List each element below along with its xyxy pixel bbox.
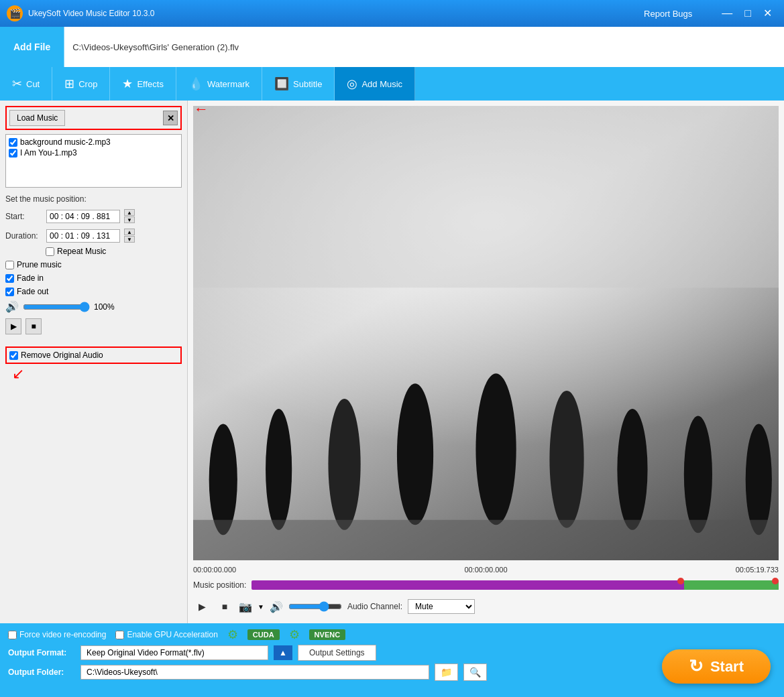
svg-point-6	[328, 399, 360, 530]
music-segment	[684, 580, 779, 590]
duration-spinner: ▲ ▼	[124, 229, 135, 243]
tab-bar: ✂ Cut ⊞ Crop ★ Effects 💧 Watermark 🔲 Sub…	[0, 67, 784, 101]
crop-icon: ⊞	[64, 76, 74, 91]
repeat-music-label: Repeat Music	[57, 247, 106, 256]
nvidia-icon-1: ⚙	[227, 627, 238, 642]
svg-point-11	[684, 416, 712, 533]
svg-point-5	[266, 409, 292, 530]
start-label: Start	[710, 658, 744, 676]
output-format-label: Output Format:	[8, 648, 75, 657]
output-format-input[interactable]	[80, 645, 268, 660]
music-item-2: I Am You-1.mp3	[9, 148, 178, 157]
force-reencode-checkbox[interactable]	[8, 631, 17, 639]
svg-point-4	[209, 424, 237, 535]
timeline-track[interactable]	[251, 580, 779, 590]
report-bugs-link[interactable]: Report Bugs	[638, 7, 697, 20]
start-icon: ↻	[689, 656, 704, 677]
screenshot-button[interactable]: 📷	[239, 600, 252, 613]
tab-add-music[interactable]: ◎ Add Music	[335, 67, 415, 101]
tab-subtitle[interactable]: 🔲 Subtitle	[262, 67, 335, 101]
title-bar-left: 🎬 UkeySoft Video Music Editor 10.3.0	[7, 5, 155, 21]
player-stop-button[interactable]: ■	[216, 598, 233, 615]
add-file-button[interactable]: Add File	[0, 27, 64, 67]
prune-music-label: Prune music	[17, 260, 62, 269]
audio-channel-label: Audio Channel:	[347, 602, 402, 611]
effects-icon: ★	[122, 76, 133, 91]
title-bar-right: Report Bugs — □ ✕	[638, 1, 777, 25]
gpu-accel-label: Enable GPU Acceleration	[127, 630, 217, 639]
player-controls-row: ▶ ■ 📷 ▼ 🔊 Audio Channel: Mute Left Right…	[193, 595, 779, 618]
start-label: Start:	[5, 212, 42, 221]
volume-row: 🔊 100%	[5, 300, 182, 313]
cut-icon: ✂	[12, 76, 22, 91]
prune-music-checkbox[interactable]	[5, 261, 14, 269]
volume-icon: 🔊	[5, 300, 19, 313]
bottom-bar: Force video re-encoding Enable GPU Accel…	[0, 623, 784, 697]
player-play-button[interactable]: ▶	[193, 598, 211, 615]
tab-effects[interactable]: ★ Effects	[110, 67, 176, 101]
tab-crop[interactable]: ⊞ Crop	[52, 67, 110, 101]
set-position-label: Set the music position:	[5, 194, 182, 204]
dropdown-arrow[interactable]: ▼	[258, 603, 264, 611]
duration-row: Duration: ▲ ▼	[5, 229, 182, 243]
duration-up[interactable]: ▲	[124, 229, 135, 235]
fade-out-row: Fade out	[5, 287, 182, 296]
play-button[interactable]: ▶	[5, 318, 21, 334]
start-time-up[interactable]: ▲	[124, 209, 135, 216]
minimize-button[interactable]: —	[716, 1, 738, 25]
window-controls: — □ ✕	[716, 1, 777, 25]
start-time-down[interactable]: ▼	[124, 216, 135, 223]
music-item-2-checkbox[interactable]	[9, 149, 17, 157]
maximize-button[interactable]: □	[739, 1, 757, 25]
duration-down[interactable]: ▼	[124, 236, 135, 243]
load-music-button[interactable]: Load Music	[9, 110, 65, 126]
volume-slider[interactable]	[23, 302, 90, 312]
timeline-handle-right[interactable]	[772, 578, 779, 584]
tab-watermark[interactable]: 💧 Watermark	[176, 67, 262, 101]
start-time-input[interactable]	[46, 210, 120, 223]
duration-input[interactable]	[46, 229, 120, 243]
fade-in-checkbox[interactable]	[5, 274, 14, 283]
timeline-handle-left[interactable]	[677, 578, 684, 584]
arrow-indicator: ←	[194, 101, 209, 118]
music-item-1-checkbox[interactable]	[9, 138, 17, 147]
video-content	[193, 106, 779, 560]
output-format-dropdown-button[interactable]: ▲	[274, 645, 292, 660]
stop-button[interactable]: ■	[25, 318, 42, 334]
svg-rect-14	[193, 520, 779, 560]
app-icon: 🎬	[7, 5, 23, 21]
tab-add-music-label: Add Music	[361, 79, 402, 89]
app-title: UkeySoft Video Music Editor 10.3.0	[28, 9, 155, 18]
start-time-spinner: ▲ ▼	[124, 209, 135, 223]
fade-out-checkbox[interactable]	[5, 288, 14, 296]
search-folder-button[interactable]: 🔍	[463, 663, 487, 681]
clear-music-button[interactable]: ✕	[163, 111, 178, 125]
close-button[interactable]: ✕	[758, 1, 777, 25]
tab-effects-label: Effects	[137, 79, 164, 89]
browse-folder-button[interactable]: 📁	[435, 663, 458, 681]
repeat-music-checkbox[interactable]	[46, 247, 54, 256]
nvidia-icon-2: ⚙	[289, 627, 300, 642]
svg-point-9	[549, 391, 583, 528]
music-item-2-label: I Am You-1.mp3	[20, 148, 77, 157]
remove-audio-section: Remove Original Audio	[5, 346, 182, 364]
time-right: 00:05:19.733	[736, 566, 779, 574]
tab-cut[interactable]: ✂ Cut	[0, 67, 52, 101]
gpu-accel-checkbox[interactable]	[115, 631, 124, 639]
output-settings-button[interactable]: Output Settings	[298, 645, 376, 661]
svg-point-8	[475, 373, 516, 525]
tab-subtitle-label: Subtitle	[293, 79, 322, 89]
tab-cut-label: Cut	[26, 79, 40, 89]
main-content: Load Music ✕ ← background music-2.mp3 I …	[0, 101, 784, 623]
remove-original-audio-checkbox[interactable]	[9, 351, 18, 360]
output-folder-input[interactable]	[80, 665, 429, 680]
bottom-row2: Output Format: ▲ Output Settings	[8, 645, 776, 661]
player-volume-slider[interactable]	[288, 601, 342, 612]
remove-audio-arrow: ↙	[12, 365, 24, 383]
audio-channel-select[interactable]: Mute Left Right Stereo	[408, 599, 475, 614]
cuda-badge: CUDA	[247, 629, 280, 640]
timeline-times: 00:00:00.000 00:00:00.000 00:05:19.733	[193, 564, 779, 575]
music-position-row: Music position:	[193, 579, 779, 591]
start-button[interactable]: ↻ Start	[662, 649, 771, 684]
nvenc-badge: NVENC	[309, 629, 346, 640]
